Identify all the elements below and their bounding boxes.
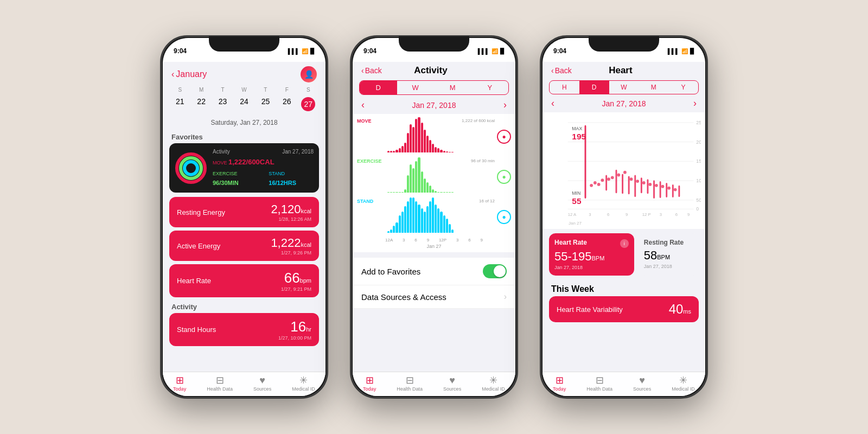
move-right-label: 1,222 of 600 kcal <box>456 117 495 123</box>
stand-hours-label: Stand Hours <box>177 326 216 334</box>
notch-1 <box>209 36 279 52</box>
phone-2: 9:04 ▌▌▌ 📶 ▉ ‹ Back Activity <box>350 35 518 399</box>
p2-back[interactable]: ‹ Back <box>361 66 382 75</box>
p2-prev-arrow[interactable]: ‹ <box>361 99 365 111</box>
move-bar <box>393 151 395 152</box>
date-25[interactable]: 25 <box>255 95 276 113</box>
date-23[interactable]: 23 <box>212 95 233 113</box>
tab-sources-2[interactable]: ♥ Sources <box>443 375 461 392</box>
p3-hrv-card[interactable]: Heart Rate Variability 40ms <box>549 296 699 322</box>
day-t2: T <box>255 87 276 93</box>
tab-healthdata-2[interactable]: ⊟ Health Data <box>397 375 423 392</box>
svg-point-29 <box>611 176 614 179</box>
add-favorites-toggle[interactable] <box>483 264 507 278</box>
activity-rings <box>175 152 207 184</box>
tab-today-3[interactable]: ⊞ Today <box>553 375 566 392</box>
p1-avatar[interactable]: 👤 <box>301 66 317 82</box>
tab-healthdata-1[interactable]: ⊟ Health Data <box>207 375 233 392</box>
heart-rate-secondary-card[interactable]: Resting Rate 58BPM Jan 27, 2018 <box>639 233 699 276</box>
heart-rate-cards: Heart Rate i 55-195BPM Jan 27, 2018 Rest… <box>549 233 699 276</box>
exercise-stat: Exercise 96/30MIN <box>213 168 264 187</box>
svg-text:50: 50 <box>696 197 701 203</box>
p2-x-sub-label: Jan 27 <box>357 244 511 249</box>
p1-activity-card[interactable]: Activity Jan 27, 2018 Move 1,222/600CAL … <box>169 143 319 193</box>
svg-rect-42 <box>653 180 655 199</box>
date-21[interactable]: 21 <box>169 95 190 113</box>
exercise-bar <box>390 192 392 193</box>
p1-month-label: January <box>176 69 207 79</box>
period-tab-h[interactable]: H <box>550 81 579 94</box>
day-f: F <box>276 87 297 93</box>
heart-rate-main-card[interactable]: Heart Rate i 55-195BPM Jan 27, 2018 <box>549 233 634 276</box>
tab-healthdata-3[interactable]: ⊟ Health Data <box>586 375 612 392</box>
period-tab-m-heart[interactable]: M <box>639 81 668 94</box>
p2-next-arrow[interactable]: › <box>503 99 507 111</box>
phone-1-inner: 9:04 ▌▌▌ 📶 ▉ ‹ January 👤 <box>163 38 326 396</box>
active-energy-card[interactable]: Active Energy 1,222kcal 1/27, 9:26 PM <box>169 231 319 261</box>
phone-3-screen: ‹ Back Heart H D W M Y ‹ Jan 2 <box>542 62 705 396</box>
period-tab-y-heart[interactable]: Y <box>668 81 698 94</box>
tab-medicalid-1[interactable]: ✳ Medical ID <box>292 375 315 392</box>
p3-prev-arrow[interactable]: ‹ <box>551 98 554 109</box>
period-tab-w[interactable]: W <box>397 81 435 94</box>
move-bar <box>424 130 426 152</box>
time-3: 9:04 <box>553 47 566 55</box>
p2-data-sources-item[interactable]: Data Sources & Access › <box>353 285 515 309</box>
period-tab-y[interactable]: Y <box>471 81 509 94</box>
tab-today-1[interactable]: ⊞ Today <box>173 375 186 392</box>
tab-sources-label-1: Sources <box>253 386 271 392</box>
resting-energy-card[interactable]: Resting Energy 2,120kcal 1/28, 12:26 AM <box>169 197 319 227</box>
activity-card-header: Activity Jan 27, 2018 <box>213 149 314 155</box>
period-tab-d[interactable]: D <box>360 81 397 94</box>
date-27[interactable]: 27 <box>298 95 319 113</box>
stand-bar <box>424 212 426 233</box>
tab-sources-3[interactable]: ♥ Sources <box>633 375 651 392</box>
period-tab-d-heart[interactable]: D <box>579 81 609 94</box>
svg-text:9: 9 <box>626 212 628 217</box>
hrc-resting-label: Resting Rate <box>644 239 693 246</box>
p2-title: Activity <box>414 65 447 76</box>
day-w: W <box>233 87 254 93</box>
tab-sources-1[interactable]: ♥ Sources <box>253 375 271 392</box>
resting-energy-right: 2,120kcal 1/28, 12:26 AM <box>271 202 311 222</box>
exercise-bar <box>426 182 429 193</box>
phone-2-inner: 9:04 ▌▌▌ 📶 ▉ ‹ Back Activity <box>353 38 515 396</box>
tab-medicalid-3[interactable]: ✳ Medical ID <box>672 375 695 392</box>
p2-add-favorites-item[interactable]: Add to Favorites <box>353 258 515 285</box>
p3-date-label: Jan 27, 2018 <box>602 99 646 108</box>
exercise-stand-stats: Exercise 96/30MIN Stand 16/12HRS <box>213 168 314 187</box>
exercise-chart-label: EXERCISE <box>357 157 385 164</box>
tab-healthdata-label-3: Health Data <box>586 386 612 392</box>
date-24[interactable]: 24 <box>233 95 254 113</box>
date-26[interactable]: 26 <box>276 95 297 113</box>
p3-date-nav: ‹ Jan 27, 2018 › <box>542 98 705 112</box>
p2-back-arrow: ‹ <box>361 66 364 75</box>
tab-today-2[interactable]: ⊞ Today <box>363 375 376 392</box>
p3-back[interactable]: ‹ Back <box>551 66 572 75</box>
period-tab-m[interactable]: M <box>434 81 471 94</box>
x-label-12p: 12P <box>439 238 446 242</box>
tab-medicalid-2[interactable]: ✳ Medical ID <box>482 375 505 392</box>
p1-activity-section: Activity <box>163 301 326 313</box>
signal-icon-2: ▌▌▌ <box>478 48 489 54</box>
tab-healthdata-label-1: Health Data <box>207 386 233 392</box>
status-icons-3: ▌▌▌ 📶 ▉ <box>668 48 694 54</box>
today-icon-1: ⊞ <box>176 375 184 385</box>
date-22[interactable]: 22 <box>190 95 212 113</box>
move-label: Move <box>213 160 228 165</box>
period-tab-w-heart[interactable]: W <box>609 81 639 94</box>
p1-day-headers: S M T W T F S <box>169 87 319 95</box>
exercise-bar <box>415 161 417 193</box>
p1-back[interactable]: ‹ January <box>171 69 207 79</box>
toggle-knob <box>494 265 506 277</box>
stand-bar <box>387 231 390 233</box>
stand-hours-card[interactable]: Stand Hours 16hr 1/27, 10:00 PM <box>169 313 319 346</box>
heart-rate-card[interactable]: Heart Rate 66bpm 1/27, 9:21 PM <box>169 264 319 297</box>
exercise-bar <box>446 192 448 193</box>
stand-bar <box>426 206 429 233</box>
phone-2-screen: ‹ Back Activity D W M Y ‹ Jan 27, 2018 <box>353 62 515 396</box>
exercise-right-label: 96 of 30 min <box>456 157 495 163</box>
p3-next-arrow[interactable]: › <box>693 98 697 109</box>
move-value: 1,222/600CAL <box>228 158 275 166</box>
exercise-bar <box>443 192 445 193</box>
